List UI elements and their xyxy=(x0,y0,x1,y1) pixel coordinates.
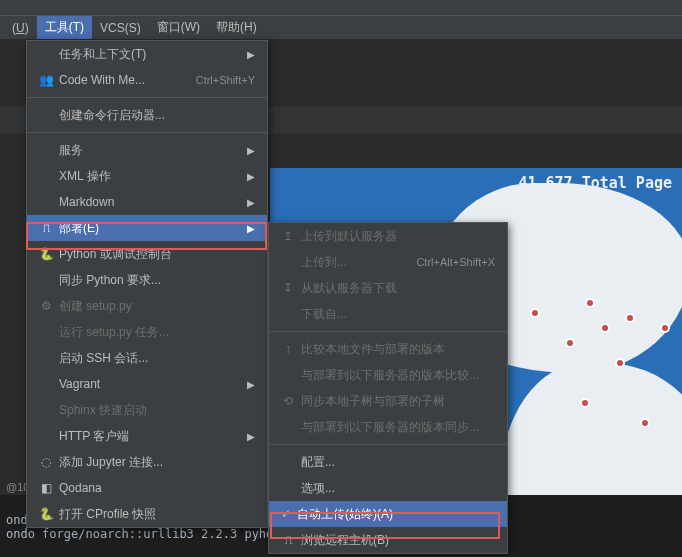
tools-menu: 任务和上下文(T) ▶ 👥 Code With Me... Ctrl+Shift… xyxy=(26,40,268,528)
qodana-icon: ◧ xyxy=(37,481,55,495)
menu-item-options[interactable]: 选项... xyxy=(269,475,507,501)
menu-item-sync-local: ⟲ 同步本地子树与部署的子树 xyxy=(269,388,507,414)
menu-item-sync-python-req[interactable]: 同步 Python 要求... xyxy=(27,267,267,293)
upload-icon: ↥ xyxy=(279,229,297,243)
menu-item-download-from: 下载自... xyxy=(269,301,507,327)
deploy-submenu: ↥ 上传到默认服务器 上传到... Ctrl+Alt+Shift+X ↧ 从默认… xyxy=(268,222,508,554)
jupyter-icon: ◌ xyxy=(37,455,55,469)
menu-item-python-console[interactable]: 🐍 Python 或调试控制台 xyxy=(27,241,267,267)
chevron-right-icon: ▶ xyxy=(247,379,255,390)
menu-item-tasks-contexts[interactable]: 任务和上下文(T) ▶ xyxy=(27,41,267,67)
separator xyxy=(27,97,267,98)
separator xyxy=(269,331,507,332)
compare-icon: ↕ xyxy=(279,342,297,356)
menu-item-run-setup-py: 运行 setup.py 任务... xyxy=(27,319,267,345)
menu-item-configuration[interactable]: 配置... xyxy=(269,449,507,475)
shortcut-label: Ctrl+Shift+Y xyxy=(196,74,255,86)
menu-item-download-default: ↧ 从默认服务器下载 xyxy=(269,275,507,301)
separator xyxy=(269,444,507,445)
menu-item-upload-to: 上传到... Ctrl+Alt+Shift+X xyxy=(269,249,507,275)
menubar: (U) 工具(T) VCS(S) 窗口(W) 帮助(H) xyxy=(0,16,682,40)
menu-item-code-with-me[interactable]: 👥 Code With Me... Ctrl+Shift+Y xyxy=(27,67,267,93)
menubar-item-u[interactable]: (U) xyxy=(4,18,37,38)
menubar-item-vcs[interactable]: VCS(S) xyxy=(92,18,149,38)
shortcut-label: Ctrl+Alt+Shift+X xyxy=(416,256,495,268)
menu-item-qodana[interactable]: ◧ Qodana xyxy=(27,475,267,501)
remote-host-icon: ⎍ xyxy=(279,533,297,547)
menu-item-markdown[interactable]: Markdown ▶ xyxy=(27,189,267,215)
menu-item-upload-default: ↥ 上传到默认服务器 xyxy=(269,223,507,249)
menu-item-compare-deployed: 与部署到以下服务器的版本比较... xyxy=(269,362,507,388)
check-icon: ✓ xyxy=(279,507,293,521)
download-icon: ↧ xyxy=(279,281,297,295)
sync-icon: ⟲ xyxy=(279,394,297,408)
python-icon: 🐍 xyxy=(37,247,55,261)
menu-item-compare-local: ↕ 比较本地文件与部署的版本 xyxy=(269,336,507,362)
menubar-item-window[interactable]: 窗口(W) xyxy=(149,16,208,39)
menu-item-deploy[interactable]: ⎍ 部署(E) ▶ xyxy=(27,215,267,241)
menu-item-browse-remote[interactable]: ⎍ 浏览远程主机(B) xyxy=(269,527,507,553)
menu-item-sphinx: Sphinx 快速启动 xyxy=(27,397,267,423)
menu-item-sync-deployed: 与部署到以下服务器的版本同步... xyxy=(269,414,507,440)
menu-item-xml-actions[interactable]: XML 操作 ▶ xyxy=(27,163,267,189)
deploy-icon: ⎍ xyxy=(37,221,55,235)
menubar-item-tools[interactable]: 工具(T) xyxy=(37,16,92,39)
chevron-right-icon: ▶ xyxy=(247,223,255,234)
python-icon: 🐍 xyxy=(37,507,55,521)
menu-item-vagrant[interactable]: Vagrant ▶ xyxy=(27,371,267,397)
menubar-item-help[interactable]: 帮助(H) xyxy=(208,16,265,39)
chevron-right-icon: ▶ xyxy=(247,49,255,60)
menu-item-create-cmd-launcher[interactable]: 创建命令行启动器... xyxy=(27,102,267,128)
menu-item-create-setup-py: ⚙ 创建 setup.py xyxy=(27,293,267,319)
chevron-right-icon: ▶ xyxy=(247,197,255,208)
menu-item-add-jupyter[interactable]: ◌ 添加 Jupyter 连接... xyxy=(27,449,267,475)
menu-item-http-client[interactable]: HTTP 客户端 ▶ xyxy=(27,423,267,449)
menu-item-open-cprofile[interactable]: 🐍 打开 CProfile 快照 xyxy=(27,501,267,527)
separator xyxy=(27,132,267,133)
menu-item-auto-upload[interactable]: ✓ 自动上传(始终)(A) xyxy=(269,501,507,527)
people-icon: 👥 xyxy=(37,73,55,87)
chevron-right-icon: ▶ xyxy=(247,145,255,156)
gear-icon: ⚙ xyxy=(37,299,55,313)
chevron-right-icon: ▶ xyxy=(247,171,255,182)
chevron-right-icon: ▶ xyxy=(247,431,255,442)
menu-item-start-ssh[interactable]: 启动 SSH 会话... xyxy=(27,345,267,371)
menu-item-services[interactable]: 服务 ▶ xyxy=(27,137,267,163)
